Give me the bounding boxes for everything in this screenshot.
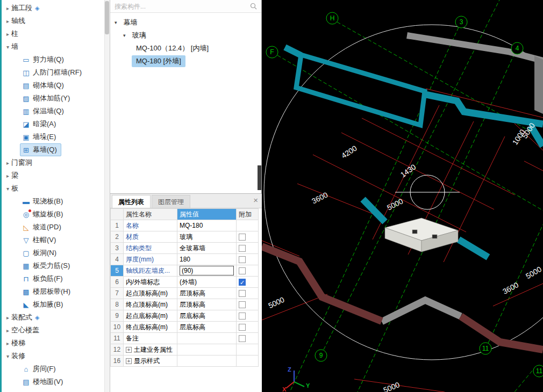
property-name-cell[interactable]: 材质 <box>124 231 177 243</box>
sidebar-item-板受力筋(S)[interactable]: ▦板受力筋(S) <box>2 259 110 272</box>
tree-item-label[interactable]: 幕墙 <box>119 17 142 28</box>
sidebar-item-inner[interactable]: ◣板加腋(B) <box>20 298 67 311</box>
property-name-cell[interactable]: 起点底标高(m) <box>124 310 177 322</box>
sidebar-item-inner[interactable]: ⌂房间(F) <box>20 362 60 375</box>
sidebar-group-柱[interactable]: ▸柱 <box>2 27 110 40</box>
sidebar-item-inner[interactable]: ▦板受力筋(S) <box>20 259 74 272</box>
caret-down-icon[interactable]: ▾ <box>115 20 117 25</box>
sidebar-group-装配式[interactable]: ▸装配式◈ <box>2 311 110 324</box>
tree-item-label[interactable]: 玻璃 <box>128 30 151 41</box>
sidebar-item-inner[interactable]: ◫人防门框墙(RF) <box>20 66 86 79</box>
sidebar-group-墙[interactable]: ▾墙 <box>2 40 110 53</box>
property-value-cell[interactable]: MQ-180 <box>177 220 237 231</box>
sidebar-item-板负筋(F)[interactable]: ⊓板负筋(F) <box>2 272 110 285</box>
property-name-cell[interactable]: +显示样式 <box>124 355 177 367</box>
sidebar-item-人防门框墙(RF)[interactable]: ◫人防门框墙(RF) <box>2 66 110 79</box>
sidebar-scrollbar-thumb[interactable] <box>105 1 109 34</box>
caret-right-icon[interactable]: ▸ <box>4 173 11 179</box>
sidebar-item-inner[interactable]: ▬现浇板(B) <box>20 195 67 208</box>
extra-checkbox[interactable] <box>239 234 246 241</box>
caret-right-icon[interactable]: ▸ <box>4 160 11 166</box>
sidebar-item-柱帽(V)[interactable]: ▽柱帽(V) <box>2 234 110 246</box>
caret-right-icon[interactable]: ▸ <box>4 5 11 11</box>
sidebar-group-板[interactable]: ▾板 <box>2 182 110 195</box>
sidebar-group-装修[interactable]: ▾装修 <box>2 350 110 362</box>
sidebar-scrollbar[interactable] <box>104 0 110 392</box>
tree-group-玻璃[interactable]: ▾玻璃 <box>110 29 261 42</box>
sidebar-group-楼梯[interactable]: ▸楼梯 <box>2 337 110 350</box>
sidebar-item-inner[interactable]: ▭剪力墙(Q) <box>20 53 68 66</box>
sidebar-group-门窗洞[interactable]: ▸门窗洞 <box>2 156 110 169</box>
sidebar-item-inner[interactable]: ▢板洞(N) <box>20 246 61 259</box>
tree-item-MQ-180 [外墙][interactable]: MQ-180 [外墙] <box>110 55 261 68</box>
property-value-cell[interactable]: 180 <box>177 254 237 265</box>
search-icon[interactable] <box>250 3 257 10</box>
caret-right-icon[interactable]: ▸ <box>4 340 11 346</box>
component-panel-scrollbar-thumb[interactable] <box>258 165 261 190</box>
property-value-cell[interactable] <box>177 344 237 355</box>
extra-checkbox[interactable] <box>239 301 246 308</box>
property-name-cell[interactable]: 终点底标高(m) <box>124 322 177 333</box>
sidebar-item-板加腋(B)[interactable]: ◣板加腋(B) <box>2 298 110 311</box>
extra-checkbox[interactable] <box>239 335 246 342</box>
property-name-cell[interactable]: 内/外墙标志 <box>124 277 177 288</box>
extra-checkbox[interactable] <box>239 324 246 331</box>
sidebar-item-楼层板带(H)[interactable]: ▩楼层板带(H) <box>2 285 110 298</box>
property-name-cell[interactable]: 厚度(mm) <box>124 254 177 265</box>
caret-right-icon[interactable]: ▸ <box>4 328 11 333</box>
property-name-cell[interactable]: 轴线距左墙皮... <box>124 265 177 277</box>
extra-checkbox[interactable] <box>239 313 246 320</box>
sidebar-item-inner[interactable]: ◪暗梁(A) <box>20 118 60 130</box>
property-value-cell[interactable]: (外墙) <box>177 277 237 288</box>
caret-right-icon[interactable]: ▸ <box>4 31 11 37</box>
property-value-cell[interactable]: (90) <box>177 265 237 277</box>
gray-wall-column[interactable] <box>534 56 543 114</box>
caret-right-icon[interactable]: ▸ <box>4 18 11 24</box>
property-name-cell[interactable]: 名称 <box>124 220 177 231</box>
sidebar-item-现浇板(B)[interactable]: ▬现浇板(B) <box>2 195 110 208</box>
property-value-cell[interactable] <box>177 355 237 367</box>
sidebar-group-施工段[interactable]: ▸施工段◈ <box>2 2 110 14</box>
extra-checkbox[interactable]: ✓ <box>239 279 246 286</box>
sidebar-item-inner[interactable]: ▤砌体墙(Q) <box>20 79 68 92</box>
property-value-cell[interactable]: 层顶标高 <box>177 288 237 299</box>
caret-down-icon[interactable]: ▾ <box>4 186 11 192</box>
tree-root-幕墙[interactable]: ▾幕墙 <box>110 16 261 29</box>
sidebar-item-板洞(N)[interactable]: ▢板洞(N) <box>2 246 110 259</box>
property-name-cell[interactable]: 备注 <box>124 333 177 344</box>
sidebar-item-螺旋板(B)[interactable]: ◎螺旋板(B) <box>2 208 110 221</box>
sidebar-item-inner[interactable]: ▽柱帽(V) <box>20 234 60 246</box>
sidebar-item-剪力墙(Q)[interactable]: ▭剪力墙(Q) <box>2 53 110 66</box>
caret-down-icon[interactable]: ▾ <box>123 33 126 38</box>
extra-checkbox[interactable] <box>239 267 246 274</box>
viewport-3d[interactable]: H3F491111 420014303600500010005000500036… <box>262 0 543 392</box>
expand-plus-icon[interactable]: + <box>126 358 132 364</box>
value-edit-input[interactable]: (90) <box>180 266 234 275</box>
caret-down-icon[interactable]: ▾ <box>4 44 11 50</box>
property-name-cell[interactable]: +土建业务属性 <box>124 344 177 355</box>
sidebar-item-inner[interactable]: ◎螺旋板(B) <box>20 208 67 221</box>
sidebar-item-inner[interactable]: ◺坡道(PD) <box>20 221 66 234</box>
sidebar-item-inner[interactable]: ▨砌体加筋(Y) <box>20 92 74 105</box>
sidebar-item-幕墙(Q)[interactable]: ⊞幕墙(Q) <box>2 143 110 156</box>
sidebar-item-砌体墙(Q)[interactable]: ▤砌体墙(Q) <box>2 79 110 92</box>
expand-plus-icon[interactable]: + <box>126 347 132 353</box>
sidebar-item-inner[interactable]: ▥保温墙(Q) <box>20 105 68 118</box>
property-name-cell[interactable]: 结构类型 <box>124 243 177 254</box>
tab-属性列表[interactable]: 属性列表 <box>112 195 151 208</box>
caret-right-icon[interactable]: ▸ <box>4 315 11 321</box>
sidebar-item-inner[interactable]: ▤楼地面(V) <box>20 375 67 388</box>
property-value-cell[interactable]: 全玻幕墙 <box>177 243 237 254</box>
sidebar-item-墙垛(E)[interactable]: ▣墙垛(E) <box>2 130 110 143</box>
property-name-cell[interactable]: 起点顶标高(m) <box>124 288 177 299</box>
sidebar-item-房间(F)[interactable]: ⌂房间(F) <box>2 362 110 375</box>
sidebar-item-砌体加筋(Y)[interactable]: ▨砌体加筋(Y) <box>2 92 110 105</box>
sidebar-item-暗梁(A)[interactable]: ◪暗梁(A) <box>2 118 110 130</box>
property-name-cell[interactable]: 终点顶标高(m) <box>124 299 177 310</box>
tree-item-MQ-100（12.4） [内墙][interactable]: MQ-100（12.4） [内墙] <box>110 42 261 55</box>
property-value-cell[interactable]: 层底标高 <box>177 310 237 322</box>
property-value-cell[interactable] <box>177 333 237 344</box>
tree-item-label[interactable]: MQ-180 [外墙] <box>132 55 185 67</box>
property-value-cell[interactable]: 层底标高 <box>177 322 237 333</box>
sidebar-item-楼地面(V)[interactable]: ▤楼地面(V) <box>2 375 110 388</box>
